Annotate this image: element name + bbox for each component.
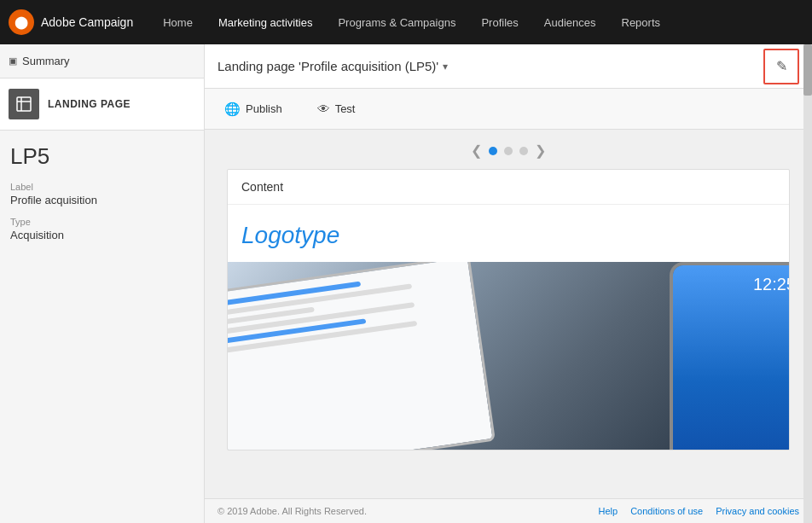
title-chevron-icon[interactable]: ▾ xyxy=(443,61,448,73)
scrollbar-thumb[interactable] xyxy=(803,44,812,96)
preview-image-area: 12:25 xyxy=(228,262,789,450)
tablet-mockup xyxy=(228,262,496,450)
nav-programs-campaigns[interactable]: Programs & Campaigns xyxy=(325,0,468,44)
main-layout: ▣ Summary LANDING PAGE LP5 Label Profile… xyxy=(0,44,812,523)
summary-header[interactable]: ▣ Summary xyxy=(0,44,204,78)
carousel-nav: ❮ ❯ xyxy=(471,142,546,159)
scrollbar[interactable] xyxy=(803,44,812,523)
test-label: Test xyxy=(335,102,356,115)
content-card-header: Content xyxy=(228,170,789,205)
content-card-body: Logotype xyxy=(228,205,789,450)
test-button[interactable]: 👁 Test xyxy=(310,97,362,120)
carousel-next-arrow[interactable]: ❯ xyxy=(535,142,546,159)
landing-page-row: LANDING PAGE xyxy=(0,78,204,131)
landing-page-type-label: LANDING PAGE xyxy=(48,98,130,110)
phone-screen: 12:25 xyxy=(673,265,789,450)
footer-help-link[interactable]: Help xyxy=(599,506,618,516)
content-area: Landing page 'Profile acquisition (LP5)'… xyxy=(205,44,812,523)
edit-button[interactable]: ✎ xyxy=(763,49,799,84)
test-icon: 👁 xyxy=(317,102,330,116)
nav-profiles[interactable]: Profiles xyxy=(468,0,531,44)
logotype-display: Logotype xyxy=(241,222,775,249)
sidebar: ▣ Summary LANDING PAGE LP5 Label Profile… xyxy=(0,44,205,523)
type-field-group: Type Acquisition xyxy=(10,217,194,241)
preview-area: ❮ ❯ Content Logotype xyxy=(205,130,812,498)
footer-privacy-link[interactable]: Privacy and cookies xyxy=(716,506,799,516)
type-field-label: Type xyxy=(10,217,194,227)
copyright-text: © 2019 Adobe. All Rights Reserved. xyxy=(218,506,586,516)
nav-home[interactable]: Home xyxy=(150,0,206,44)
action-bar: 🌐 Publish 👁 Test xyxy=(205,89,812,130)
carousel-dot-3[interactable] xyxy=(519,147,528,155)
logotype-black-text: Logo xyxy=(241,222,294,248)
nav-audiences[interactable]: Audiences xyxy=(531,0,609,44)
phone-mockup: 12:25 xyxy=(670,262,789,450)
nav-reports[interactable]: Reports xyxy=(609,0,674,44)
content-card: Content Logotype xyxy=(227,169,790,450)
logo-area: Logotype xyxy=(228,205,789,262)
nav-links: Home Marketing activities Programs & Cam… xyxy=(150,0,803,44)
phone-time: 12:25 xyxy=(753,276,789,293)
nav-marketing-activities[interactable]: Marketing activities xyxy=(206,0,326,44)
publish-label: Publish xyxy=(246,102,282,115)
footer-conditions-link[interactable]: Conditions of use xyxy=(630,506,703,516)
carousel-dot-2[interactable] xyxy=(504,147,513,155)
content-title-text: Landing page 'Profile acquisition (LP5)' xyxy=(218,59,438,73)
svg-rect-0 xyxy=(17,97,31,111)
logo-icon: ⬤ xyxy=(9,9,34,35)
footer: © 2019 Adobe. All Rights Reserved. Help … xyxy=(205,498,812,523)
carousel-dot-1[interactable] xyxy=(489,147,497,155)
label-field-value: Profile acquisition xyxy=(10,194,194,206)
app-name: Adobe Campaign xyxy=(41,15,133,29)
top-navigation: ⬤ Adobe Campaign Home Marketing activiti… xyxy=(0,0,812,44)
app-logo[interactable]: ⬤ Adobe Campaign xyxy=(9,9,133,35)
publish-button[interactable]: 🌐 Publish xyxy=(218,97,289,121)
content-title: Landing page 'Profile acquisition (LP5)'… xyxy=(218,59,448,73)
landing-page-icon xyxy=(9,89,39,119)
content-topbar: Landing page 'Profile acquisition (LP5)'… xyxy=(205,44,812,89)
tablet-screen xyxy=(228,262,493,450)
pencil-icon: ✎ xyxy=(776,58,787,74)
sidebar-content: LP5 Label Profile acquisition Type Acqui… xyxy=(0,131,204,264)
type-field-value: Acquisition xyxy=(10,229,194,241)
label-field-group: Label Profile acquisition xyxy=(10,182,194,206)
carousel-prev-arrow[interactable]: ❮ xyxy=(471,142,482,159)
logotype-blue-text: type xyxy=(294,222,339,248)
lp-id: LP5 xyxy=(10,143,194,170)
summary-icon: ▣ xyxy=(9,55,17,67)
publish-icon: 🌐 xyxy=(224,102,241,117)
summary-label: Summary xyxy=(22,55,70,67)
label-field-label: Label xyxy=(10,182,194,192)
